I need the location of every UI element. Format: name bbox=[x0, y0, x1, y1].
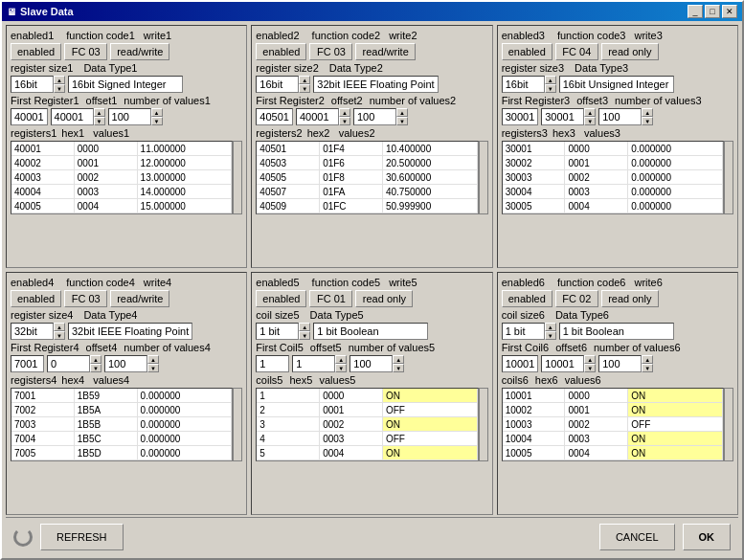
fc5-label: function code5 bbox=[312, 277, 381, 288]
scrollbar-5[interactable] bbox=[479, 388, 488, 461]
offset4-spin[interactable]: 0 ▲▼ bbox=[47, 355, 101, 372]
enabled4-label: enabled4 bbox=[11, 277, 54, 288]
scrollbar-1[interactable] bbox=[233, 141, 242, 214]
regsize2-label: register size2 bbox=[256, 62, 318, 74]
table-row: 3000300020.000000 bbox=[503, 170, 723, 185]
write3-button[interactable]: read only bbox=[601, 43, 659, 60]
table-row: 100010000ON bbox=[503, 389, 723, 403]
firstcoil5-input[interactable]: 1 bbox=[256, 355, 289, 372]
datatype2-input: 32bit IEEE Floating Point bbox=[313, 76, 438, 93]
numval6-label: number of values6 bbox=[594, 342, 681, 353]
ok-button[interactable]: OK bbox=[683, 524, 732, 550]
table-row: 10000ON bbox=[257, 389, 477, 403]
numval5-spin[interactable]: 100 ▲▼ bbox=[349, 355, 404, 372]
enabled2-button[interactable]: enabled bbox=[256, 43, 306, 60]
firstreg3-input[interactable]: 30001 bbox=[502, 108, 539, 125]
scrollbar-2[interactable] bbox=[479, 141, 488, 214]
datatype3-label: Data Type3 bbox=[575, 62, 628, 74]
vals4-label: values4 bbox=[93, 374, 129, 386]
numval3-label: number of values3 bbox=[615, 95, 702, 106]
offset2-label: offset2 bbox=[331, 95, 363, 106]
scrollbar-3[interactable] bbox=[724, 141, 733, 214]
firstreg2-input[interactable]: 40501 bbox=[256, 108, 293, 125]
offset6-label: offset6 bbox=[555, 342, 587, 353]
vals1-label: values1 bbox=[93, 127, 129, 139]
enabled1-button[interactable]: enabled bbox=[11, 43, 61, 60]
numval1-spin[interactable]: 100 ▲▼ bbox=[108, 108, 163, 125]
enabled5-button[interactable]: enabled bbox=[256, 290, 306, 307]
coilsize6-label: coil size6 bbox=[502, 309, 545, 321]
table-row: 3000100000.000000 bbox=[503, 142, 723, 156]
table-row: 100040003ON bbox=[503, 432, 723, 446]
maximize-button[interactable]: □ bbox=[705, 5, 720, 18]
numval3-spin[interactable]: 100 ▲▼ bbox=[598, 108, 653, 125]
regsize1-spin[interactable]: 16bit ▲▼ bbox=[11, 76, 65, 93]
offset4-label: offset4 bbox=[86, 342, 118, 353]
firstreg4-input[interactable]: 7001 bbox=[11, 355, 44, 372]
numval6-spin[interactable]: 100 ▲▼ bbox=[598, 355, 653, 372]
group-5: enabled5 function code5 write5 enabled F… bbox=[251, 272, 492, 515]
coilsize6-spin[interactable]: 1 bit ▲▼ bbox=[502, 323, 556, 340]
datatype4-input: 32bit IEEE Floating Point bbox=[68, 323, 192, 340]
datatype1-input: 16bit Signed Integer bbox=[68, 76, 183, 93]
write1-button[interactable]: read/write bbox=[110, 43, 169, 60]
fc6-button[interactable]: FC 02 bbox=[555, 290, 598, 307]
scrollbar-6[interactable] bbox=[724, 388, 733, 461]
datatype6-input: 1 bit Boolean bbox=[559, 323, 674, 340]
table-row: 40003000213.000000 bbox=[11, 170, 232, 185]
firstreg3-label: First Register3 bbox=[502, 95, 571, 106]
offset3-spin[interactable]: 30001 ▲▼ bbox=[541, 108, 596, 125]
enabled6-label: enabled6 bbox=[502, 277, 545, 288]
vals3-label: values3 bbox=[584, 127, 620, 139]
numval5-label: number of values5 bbox=[349, 342, 436, 353]
firstcoil6-input[interactable]: 10001 bbox=[502, 355, 539, 372]
offset2-spin[interactable]: 40001 ▲▼ bbox=[296, 108, 350, 125]
write4-button[interactable]: read/write bbox=[110, 290, 169, 307]
cancel-button[interactable]: CANCEL bbox=[599, 524, 675, 550]
datatype1-label: Data Type1 bbox=[83, 62, 137, 74]
regsize4-spin[interactable]: 32bit ▲▼ bbox=[11, 323, 65, 340]
footer-actions: CANCEL OK bbox=[599, 524, 731, 550]
close-button[interactable]: ✕ bbox=[722, 5, 737, 18]
regsize2-spin[interactable]: 16bit ▲▼ bbox=[256, 76, 310, 93]
numval4-spin[interactable]: 100 ▲▼ bbox=[104, 355, 159, 372]
write5-button[interactable]: read only bbox=[355, 290, 413, 307]
minimize-button[interactable]: _ bbox=[688, 5, 703, 18]
table-row: 3000200010.000000 bbox=[503, 156, 723, 170]
fc3-button[interactable]: FC 04 bbox=[555, 43, 598, 60]
regsize3-spin[interactable]: 16bit ▲▼ bbox=[502, 76, 556, 93]
hex3-label: hex3 bbox=[552, 127, 581, 139]
group-1: enabled1 function code1 write1 enabled F… bbox=[6, 25, 247, 268]
offset5-spin[interactable]: 1 ▲▼ bbox=[292, 355, 347, 372]
fc2-button[interactable]: FC 03 bbox=[309, 43, 352, 60]
write5-label: write5 bbox=[389, 277, 417, 288]
firstcoil6-label: First Coil6 bbox=[502, 342, 550, 353]
fc5-button[interactable]: FC 01 bbox=[309, 290, 352, 307]
fc1-label: function code1 bbox=[66, 30, 135, 41]
enabled4-button[interactable]: enabled bbox=[11, 290, 61, 307]
table-1: 40001000011.00000040002000112.0000004000… bbox=[11, 141, 242, 214]
table-row: 50004ON bbox=[257, 446, 477, 460]
enabled6-button[interactable]: enabled bbox=[502, 290, 552, 307]
offset6-spin[interactable]: 10001 ▲▼ bbox=[541, 355, 596, 372]
firstreg1-label: First Register1 bbox=[11, 95, 79, 106]
hex5-label: hex5 bbox=[289, 374, 316, 386]
scrollbar-4[interactable] bbox=[233, 388, 242, 461]
refresh-button[interactable]: REFRESH bbox=[40, 524, 124, 550]
enabled3-button[interactable]: enabled bbox=[502, 43, 552, 60]
numval2-spin[interactable]: 100 ▲▼ bbox=[353, 108, 408, 125]
table-2: 4050101F410.4000004050301F620.5000004050… bbox=[256, 141, 487, 214]
regs2-label: registers2 bbox=[256, 127, 302, 139]
offset5-label: offset5 bbox=[310, 342, 342, 353]
table-row: 4050901FC50.999900 bbox=[257, 199, 477, 213]
table-row: 4050701FA40.750000 bbox=[257, 185, 477, 199]
firstreg1-input[interactable]: 40001 bbox=[11, 108, 48, 125]
fc4-button[interactable]: FC 03 bbox=[64, 290, 107, 307]
coilsize5-spin[interactable]: 1 bit ▲▼ bbox=[256, 323, 310, 340]
offset1-spin[interactable]: 40001 ▲▼ bbox=[51, 108, 105, 125]
table-row: 40005000415.000000 bbox=[11, 199, 232, 213]
write2-button[interactable]: read/write bbox=[355, 43, 415, 60]
table-3: 3000100000.0000003000200010.000000300030… bbox=[502, 141, 733, 214]
fc1-button[interactable]: FC 03 bbox=[64, 43, 107, 60]
write6-button[interactable]: read only bbox=[601, 290, 659, 307]
